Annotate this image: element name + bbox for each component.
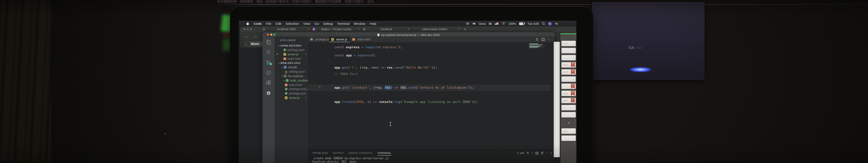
apple-menu-icon[interactable] bbox=[246, 22, 249, 25]
star-outline-icon[interactable]: ☆ bbox=[572, 137, 575, 140]
page-menu-dots-icon[interactable]: ⋮ bbox=[555, 36, 558, 37]
wifi-icon[interactable] bbox=[501, 22, 506, 25]
explorer-item-node-modules[interactable]: ▸node_modules bbox=[275, 78, 308, 83]
menu-help[interactable]: Help bbox=[370, 22, 376, 25]
explorer-section[interactable]: ▾WEB-DEV-2019 bbox=[275, 61, 308, 65]
explorer-item-server-js[interactable]: ✕JSserver.js1 bbox=[275, 52, 308, 57]
terminal-tab-debug-console[interactable]: DEBUG CONSOLE bbox=[349, 151, 373, 156]
list-card[interactable]: ☆ bbox=[561, 135, 576, 141]
terminal-tab-terminal[interactable]: TERMINAL bbox=[377, 151, 391, 156]
menu-code[interactable]: Code bbox=[254, 22, 262, 25]
menu-edit[interactable]: Edit bbox=[276, 22, 281, 25]
editor-tab-index-html[interactable]: <>index.html bbox=[350, 37, 371, 42]
star-badge-icon[interactable]: ★ bbox=[571, 98, 575, 103]
list-card[interactable]: 2017☆ bbox=[561, 41, 576, 46]
new-terminal-icon[interactable]: + bbox=[531, 151, 533, 155]
star-badge-icon[interactable]: ★ bbox=[571, 84, 575, 89]
list-card[interactable]: 2017★ bbox=[561, 91, 576, 96]
editor-tab-package-json[interactable]: npackage.json bbox=[308, 37, 329, 42]
code-editor[interactable]: const express = require('express');const… bbox=[308, 42, 555, 150]
minimap[interactable] bbox=[528, 43, 544, 48]
list-card[interactable]: ☆ bbox=[561, 105, 576, 110]
explorer-item-package-lock-j-[interactable]: npackage-lock.j.. bbox=[275, 87, 308, 91]
maximize-panel-icon[interactable]: ⌃ bbox=[546, 151, 548, 155]
new-tab-button[interactable]: + bbox=[464, 28, 466, 31]
clock-label[interactable]: Tue 9:09 bbox=[528, 22, 539, 25]
explorer-item-package-json[interactable]: npackage.json bbox=[275, 48, 308, 52]
explorer-item-server-js[interactable]: JSserver.js1 bbox=[275, 96, 308, 100]
list-card[interactable]: ☆ bbox=[561, 48, 576, 53]
explorer-item-package-json[interactable]: npackage.json bbox=[275, 91, 308, 96]
split-editor-icon[interactable] bbox=[541, 38, 545, 41]
open-changes-icon[interactable] bbox=[535, 38, 539, 41]
kill-terminal-icon[interactable] bbox=[541, 151, 544, 155]
star-badge-icon[interactable]: ★ bbox=[571, 91, 575, 96]
input-source-label[interactable]: Окла bbox=[479, 22, 486, 25]
siri-icon[interactable] bbox=[548, 22, 552, 25]
battery-icon[interactable] bbox=[519, 22, 525, 25]
menu-view[interactable]: View bbox=[303, 22, 310, 25]
explorer-item-index-html[interactable]: <>index.html bbox=[275, 56, 308, 61]
app-status-icon[interactable] bbox=[466, 22, 469, 25]
tab-close-icon[interactable]: ✕ bbox=[308, 28, 310, 31]
browser-tab-4[interactable]: safarovsalar (Safar)✕ bbox=[411, 26, 461, 32]
safari-traffic-lights[interactable] bbox=[243, 28, 252, 30]
list-card[interactable]: ☆ bbox=[561, 112, 576, 117]
close-panel-icon[interactable]: × bbox=[550, 151, 552, 155]
list-card[interactable]: 2017★ bbox=[561, 69, 576, 75]
forward-button[interactable]: → bbox=[254, 34, 257, 38]
split-terminal-icon[interactable] bbox=[535, 152, 538, 155]
list-card[interactable]: ★ bbox=[561, 84, 576, 89]
star-outline-icon[interactable]: ☆ bbox=[572, 106, 575, 109]
explorer-item-index-html[interactable]: <>index.html bbox=[275, 83, 308, 87]
star-outline-icon[interactable]: ☆ bbox=[572, 130, 575, 133]
list-card[interactable]: 2017★ bbox=[561, 98, 576, 103]
star-badge-icon[interactable]: ★ bbox=[571, 62, 575, 67]
explorer-item-my-express-[interactable]: ▾my-express.. bbox=[275, 74, 308, 78]
star-badge-icon[interactable]: ★ bbox=[571, 70, 575, 74]
back-button[interactable]: ← bbox=[245, 34, 249, 38]
us-flag-icon[interactable] bbox=[495, 22, 498, 25]
terminal-tab-output[interactable]: OUTPUT bbox=[333, 151, 344, 156]
explorer-icon[interactable] bbox=[266, 39, 272, 45]
notification-center-icon[interactable] bbox=[555, 22, 558, 25]
browser-tab-2[interactable]: Badoo – People nearby✕ bbox=[311, 26, 361, 32]
bookmark-music[interactable]: ♪ Music bbox=[245, 41, 263, 46]
more-actions-icon[interactable]: ⋯ bbox=[548, 38, 551, 41]
spotlight-search-icon[interactable] bbox=[542, 22, 545, 25]
scroll-updown-icon[interactable]: ⇅ bbox=[527, 151, 529, 155]
vscode-title-bar[interactable]: my-express-server/server.js — Web-dev-20… bbox=[262, 32, 555, 37]
menu-window[interactable]: Window bbox=[354, 22, 366, 25]
search-icon[interactable] bbox=[266, 49, 272, 55]
menu-go[interactable]: Go bbox=[315, 22, 319, 25]
star-outline-icon[interactable]: ☆ bbox=[572, 113, 575, 116]
tab-close-icon[interactable]: ✕ bbox=[458, 28, 460, 31]
close-icon[interactable]: ✕ bbox=[276, 53, 278, 56]
github-icon[interactable] bbox=[266, 90, 272, 96]
star-outline-icon[interactable]: ☆ bbox=[572, 42, 575, 45]
extensions-icon[interactable] bbox=[266, 80, 272, 86]
page-scrollbar[interactable] bbox=[554, 42, 560, 157]
source-control-icon[interactable] bbox=[266, 59, 272, 65]
terminal-tab-problems[interactable]: PROBLEMS bbox=[313, 151, 328, 156]
browser-tab-3[interactable]: localhost✕ bbox=[361, 26, 411, 32]
debug-icon[interactable] bbox=[266, 70, 272, 75]
explorer-item-vscode[interactable]: ▾vscode bbox=[275, 65, 308, 70]
tab-close-icon[interactable]: ✕ bbox=[408, 28, 410, 31]
list-card[interactable]: 2017★ bbox=[561, 62, 576, 68]
star-outline-icon[interactable]: ☆ bbox=[572, 56, 575, 59]
headset-status-icon[interactable] bbox=[472, 22, 476, 25]
list-card[interactable]: ☆ bbox=[561, 76, 576, 82]
menu-file[interactable]: File bbox=[266, 22, 271, 25]
close-icon[interactable]: × bbox=[568, 121, 570, 125]
menu-debug[interactable]: Debug bbox=[323, 22, 333, 25]
tab-close-icon[interactable]: ✕ bbox=[358, 28, 360, 31]
list-card[interactable]: ☆ bbox=[561, 55, 576, 60]
equalizer-status-icon[interactable] bbox=[489, 22, 492, 25]
editor-tab-server-js[interactable]: JSserver.js bbox=[329, 37, 350, 42]
star-outline-icon[interactable]: ☆ bbox=[572, 49, 575, 52]
browser-tab-1[interactable]: localhost 3000✕ bbox=[261, 26, 311, 32]
explorer-section[interactable]: ▾OPEN EDITORS bbox=[275, 43, 308, 48]
list-card[interactable]: 2017☆ bbox=[561, 128, 576, 134]
menu-selection[interactable]: Selection bbox=[285, 22, 299, 25]
